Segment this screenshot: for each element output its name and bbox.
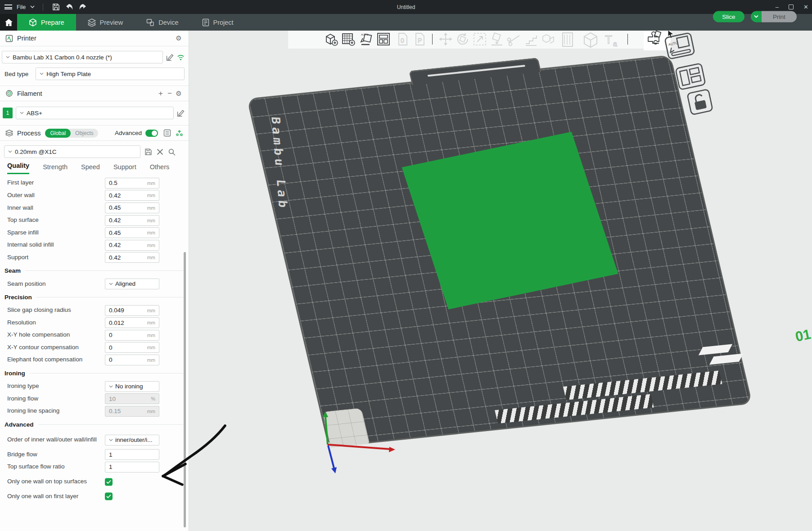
unlock-side-icon[interactable] <box>685 87 717 116</box>
top-surface-flow-ratio-input[interactable]: 1 <box>105 462 159 472</box>
svg-text:a: a <box>613 40 617 48</box>
build-plate[interactable]: Bambu Lab <box>247 55 753 447</box>
first-layer-input[interactable]: 0.5mm <box>105 178 159 189</box>
edit-filament-icon[interactable] <box>177 109 185 117</box>
filament-title: Filament <box>17 90 42 97</box>
bed-type-label: Bed type <box>5 71 28 77</box>
add-filament-icon[interactable]: + <box>156 89 165 98</box>
support-input[interactable]: 0.42mm <box>105 252 159 263</box>
compare-presets-icon[interactable] <box>176 129 183 137</box>
filament-settings-gear-icon[interactable]: ⚙ <box>174 90 183 98</box>
hamburger-menu-icon[interactable] <box>5 4 12 9</box>
only-one-wall-first-layer-checkbox[interactable] <box>105 493 113 500</box>
filament-slot-badge: 1 <box>3 108 13 118</box>
arrange-side-icon[interactable] <box>674 62 706 91</box>
resolution-input[interactable]: 0.012mm <box>105 317 159 328</box>
title-bar: File Untitled – ✕ <box>0 0 812 14</box>
prepare-icon <box>29 18 37 27</box>
add-plate-icon[interactable] <box>341 32 356 46</box>
tab-prepare[interactable]: Prepare <box>17 14 76 31</box>
slice-gap-closing-radius-input[interactable]: 0.049mm <box>105 305 159 316</box>
inner-wall-input[interactable]: 0.45mm <box>105 202 159 213</box>
bed-type-select[interactable]: High Temp Plate <box>36 68 185 80</box>
top-surface-input[interactable]: 0.42mm <box>105 215 159 226</box>
auto-orient-side-icon[interactable]: AUTO <box>663 32 695 60</box>
panel-scrollbar[interactable] <box>184 252 186 527</box>
home-button[interactable] <box>0 14 17 31</box>
printer-select[interactable]: Bambu Lab X1 Carbon 0.4 nozzle (*) <box>2 51 163 63</box>
process-preset-select[interactable]: 0.20mm @X1C <box>4 145 140 158</box>
search-settings-icon[interactable] <box>168 148 176 156</box>
tab-preview[interactable]: Preview <box>76 14 135 31</box>
tab-others[interactable]: Others <box>150 163 170 174</box>
bridge-flow-input[interactable]: 1 <box>105 449 159 460</box>
assembly-view-icon[interactable] <box>646 31 661 45</box>
wall-order-select[interactable]: inner/outer/i... <box>105 435 159 446</box>
printer-settings-gear-icon[interactable]: ⚙ <box>174 34 183 42</box>
slice-button[interactable]: Slice <box>713 11 744 22</box>
filament-select[interactable]: ABS+ <box>16 107 174 119</box>
save-icon[interactable] <box>51 3 60 12</box>
cut-tool-icon <box>507 32 521 46</box>
print-options-button[interactable] <box>751 11 762 22</box>
ironing-group-header: Ironing <box>0 366 189 380</box>
redo-icon[interactable] <box>78 3 87 12</box>
edit-printer-icon[interactable] <box>166 54 174 61</box>
device-icon <box>146 18 154 27</box>
print-button[interactable]: Print <box>762 11 797 22</box>
sparse-infill-input[interactable]: 0.45mm <box>105 227 159 238</box>
wifi-connection-icon[interactable] <box>177 54 185 61</box>
precision-group-header: Precision <box>0 290 189 304</box>
nav-bar: Prepare Preview Device Project <box>0 14 812 31</box>
chevron-down-icon[interactable] <box>30 5 35 9</box>
undo-icon[interactable] <box>65 3 74 12</box>
tab-project[interactable]: Project <box>190 14 245 31</box>
setting-list-icon[interactable] <box>163 129 171 137</box>
setting-row: First layer 0.5mm <box>0 177 189 189</box>
ironing-type-select[interactable]: No ironing <box>105 381 159 392</box>
tab-support[interactable]: Support <box>113 163 136 174</box>
remove-filament-icon[interactable]: − <box>165 89 174 98</box>
add-object-icon[interactable] <box>324 32 338 46</box>
chevron-down-icon <box>6 56 10 58</box>
scope-global[interactable]: Global <box>45 129 71 138</box>
tab-strength[interactable]: Strength <box>43 163 68 174</box>
support-paint-icon <box>558 31 578 50</box>
auto-orient-icon[interactable]: AUTO <box>359 32 373 46</box>
scope-objects[interactable]: Objects <box>71 129 98 138</box>
process-title: Process <box>17 130 41 137</box>
save-preset-icon[interactable] <box>144 148 152 156</box>
tab-quality[interactable]: Quality <box>7 162 29 174</box>
check-icon <box>106 480 111 484</box>
ironing-flow-input: 10% <box>105 393 159 404</box>
close-button[interactable]: ✕ <box>803 4 808 10</box>
setting-row: X-Y hole compensation 0mm <box>0 329 189 342</box>
setting-row: Only one wall on first layer <box>0 490 189 503</box>
xy-contour-compensation-input[interactable]: 0mm <box>105 342 159 353</box>
viewport-toolbar: AUTO 0 P Ta <box>288 31 671 49</box>
delete-preset-icon[interactable] <box>156 148 164 156</box>
minimize-button[interactable]: – <box>776 4 779 10</box>
tab-speed[interactable]: Speed <box>81 163 100 174</box>
tab-device[interactable]: Device <box>135 14 190 31</box>
process-section-header: Process Global Objects Advanced <box>0 125 189 141</box>
internal-solid-infill-input[interactable]: 0.42mm <box>105 240 159 251</box>
filament-section-header: Filament + − ⚙ <box>0 86 189 101</box>
setting-row: Bridge flow 1 <box>0 449 189 461</box>
project-icon <box>202 18 209 27</box>
process-scope-toggle: Global Objects <box>45 129 98 138</box>
import-p-icon: P <box>412 32 427 46</box>
xy-hole-compensation-input[interactable]: 0mm <box>105 330 159 341</box>
maximize-button[interactable] <box>789 4 794 9</box>
svg-text:P: P <box>418 37 422 44</box>
window-title: Untitled <box>0 4 812 10</box>
elephant-foot-compensation-input[interactable]: 0mm <box>105 355 159 365</box>
viewport-3d[interactable]: Bambu Lab AUTO 0 P <box>189 31 812 531</box>
only-one-wall-top-checkbox[interactable] <box>105 478 113 486</box>
advanced-toggle[interactable] <box>145 130 158 137</box>
outer-wall-input[interactable]: 0.42mm <box>105 190 159 201</box>
seam-position-select[interactable]: Aligned <box>105 279 159 289</box>
model-object[interactable] <box>402 132 618 310</box>
file-menu[interactable]: File <box>17 4 26 10</box>
arrange-icon[interactable] <box>376 32 391 46</box>
